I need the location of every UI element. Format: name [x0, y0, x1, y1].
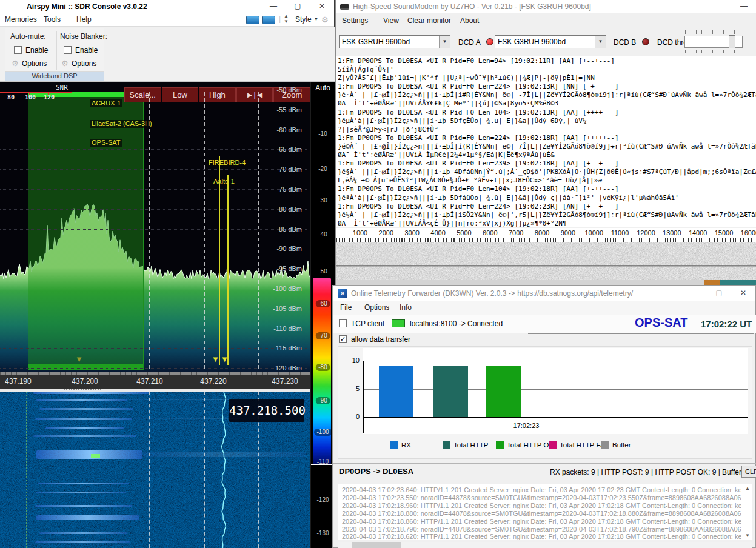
dbm-axis-label: -90 dBm: [276, 245, 302, 252]
snr-label: SNR: [56, 84, 68, 92]
close-button[interactable]: ✕: [310, 0, 334, 13]
grid-line-h: [0, 229, 307, 230]
log-line: 2020-04-03 17:02:18.790: noradID=44878&s…: [342, 526, 741, 533]
squelch-dots: [64, 389, 101, 390]
chart-bar-total-http: [433, 366, 468, 417]
maximize-button[interactable]: ▢: [707, 286, 731, 301]
ruler-label: 5000: [457, 229, 471, 236]
scroll-up-icon[interactable]: ▲: [745, 486, 750, 491]
monitor-line: ØA¯ Ì't'÷éØÅRæ'||UViÁÅY€£k|Ç Me*'||{ú]|©…: [338, 99, 756, 108]
automute-enable-label: Enable: [25, 46, 48, 55]
style-menu[interactable]: Style: [295, 15, 312, 24]
spin-chevrons-icon[interactable]: ▲▼: [284, 13, 289, 24]
selection-bottom-bar[interactable]: [28, 364, 143, 370]
monitor-line: LߪêÁ¼¯±© Á|u'eÛËSîª|TW¿ÁC0Ôe¾JÔ±€ °âËv÷t…: [338, 176, 756, 185]
monitor-line: 1:Fm DP0OPS To DL0ESA <UI R Pid=F0 Len=1…: [338, 109, 756, 117]
menu-item-settings[interactable]: Settings: [342, 16, 368, 25]
dbm-axis-label: -70 dBm: [276, 165, 302, 173]
menu-item-view[interactable]: View: [383, 16, 399, 25]
dcd-threshold-slider[interactable]: [684, 36, 743, 48]
scrollbar-thumb[interactable]: [352, 542, 401, 548]
frequency-ruler[interactable]: 437.190437.200437.210437.220437.230: [0, 372, 310, 389]
chevron-down-icon[interactable]: ▼: [595, 36, 606, 48]
monitor-line: 1:Fm DP0OPS To DL0ESA <UI R Pid=F0 Len=2…: [338, 82, 756, 91]
dbm-axis-label: -75 dBm: [276, 185, 302, 193]
grid-line-h: [0, 189, 307, 190]
grid-line-5: [363, 389, 748, 390]
soundmodem-waterfall[interactable]: [336, 242, 756, 280]
menu-item-clear-monitor[interactable]: Clear monitor: [407, 16, 451, 25]
legend-swatch: [549, 441, 557, 449]
satellite-label-firebird-4: FIREBIRD-4: [207, 159, 247, 167]
modem-a-select[interactable]: FSK G3RUH 9600bd ▼: [339, 35, 450, 48]
noiseblanker-enable-checkbox[interactable]: [64, 46, 72, 54]
snr-tick-label: 120: [44, 94, 55, 101]
maximize-button[interactable]: ▢: [286, 0, 310, 13]
menu-item-options[interactable]: Options: [364, 303, 389, 312]
dbm-axis-label: -55 dBm: [276, 106, 302, 113]
automute-options-button[interactable]: Options: [22, 59, 47, 68]
monitor-icon[interactable]: [246, 16, 259, 24]
legend-swatch: [496, 441, 504, 449]
scale-label: -60: [315, 300, 330, 307]
menu-item-memories[interactable]: Memories: [5, 15, 37, 24]
minimize-button[interactable]: —: [261, 0, 286, 13]
minimize-button[interactable]: —: [732, 0, 756, 13]
chevron-down-icon[interactable]: ▼: [439, 36, 450, 48]
clr-button[interactable]: CLR: [741, 466, 756, 478]
tune-marker-icon[interactable]: ▼: [75, 355, 83, 364]
satellite-label-aalto-1: Aalto-1: [212, 178, 236, 185]
automute-enable-checkbox[interactable]: [14, 46, 22, 54]
tcp-client-checkbox[interactable]: [339, 319, 347, 327]
menu-item-file[interactable]: File: [340, 303, 352, 312]
menu-item-help[interactable]: Help: [76, 15, 92, 24]
signal-scale-strip: Auto -10-20-30-40-50 -60-70-80-90-100 -1…: [310, 82, 335, 548]
ruler-label: 13000: [663, 229, 681, 236]
ruler-label: 8000: [535, 229, 549, 236]
ribbon-caption[interactable]: Wideband DSP: [5, 72, 104, 81]
http-log-box[interactable]: ▲ ▼ 2020-04-03 17:02:23.640: HTTP/1.1 20…: [338, 484, 752, 540]
slider-thumb[interactable]: [729, 35, 735, 48]
packet-path-status: DP0OPS -> DL0ESA: [339, 467, 413, 476]
frequency-label: 437.220: [200, 377, 226, 386]
window-bottom-edge: [336, 280, 756, 285]
tune-marker-icon[interactable]: ▼: [221, 355, 229, 364]
allow-data-transfer-checkbox[interactable]: ✓: [339, 335, 347, 343]
background-window-sliver: [704, 280, 720, 285]
auto-scale-button[interactable]: Auto: [311, 84, 335, 92]
grid-line-h: [0, 169, 307, 170]
firebird-marker-line: [219, 156, 220, 365]
scale-label: -100: [313, 429, 332, 436]
menu-item-about[interactable]: About: [460, 16, 479, 25]
snr-tick-mark: [29, 92, 30, 95]
log-line: 2020-04-03 17:02:18.960: HTTP/1.1 201 Cr…: [342, 502, 741, 509]
dbm-axis-label: -60 dBm: [276, 126, 302, 133]
log-line: 2020-04-03 17:02:18.880: noradID=44878&s…: [342, 510, 741, 517]
dbm-axis-label: -100 dBm: [273, 285, 302, 292]
monitor-icon[interactable]: [262, 16, 275, 24]
packet-monitor[interactable]: 1:Fm DP0OPS To DL0ESA <UI R Pid=F0 Len=9…: [336, 56, 756, 227]
scroll-down-icon[interactable]: ▼: [745, 533, 750, 538]
dbm-axis-label: -50 dBm: [276, 86, 302, 93]
ruler-label: 12000: [637, 229, 655, 236]
chevron-down-icon[interactable]: ▼: [314, 17, 318, 21]
waterfall-display[interactable]: 437.218.500: [0, 392, 310, 548]
telemetry-title: Online Telemetry Forwarder (DK3WN) Ver. …: [351, 289, 633, 298]
legend-swatch: [443, 441, 450, 449]
monitor-line: }ê§À´ |||£·@Í|}Í2ç¿>ñ|||í·±þ 4DfáüNn|Ý“.…: [338, 168, 756, 176]
modem-b-select[interactable]: FSK G3RUH 9600bd ▼: [495, 35, 606, 48]
menu-item-info[interactable]: Info: [400, 303, 412, 312]
horizontal-scrollbar[interactable]: [338, 542, 752, 548]
frequency-label: 437.200: [72, 377, 98, 386]
minimize-button[interactable]: —: [683, 286, 707, 301]
close-button[interactable]: ✕: [731, 286, 755, 301]
noiseblanker-options-button[interactable]: Options: [72, 59, 96, 68]
gear-icon[interactable]: ⚙: [321, 15, 329, 24]
monitor-line: ØA¯ Ì't'÷éØÅRæ'||UViÀ ÌµR€é|2¼4×1µ°§/Eá|…: [338, 151, 756, 159]
tune-marker-icon[interactable]: ▼: [212, 355, 219, 364]
dcd-a-indicator: [486, 38, 493, 45]
connection-indicator: [392, 319, 405, 327]
spectrum-display[interactable]: SNR 80100120 Scale...LowHigh►|◄Zoom -50 …: [0, 82, 310, 372]
ruler-label: 16000: [741, 229, 756, 236]
menu-item-tools[interactable]: Tools: [44, 15, 61, 24]
